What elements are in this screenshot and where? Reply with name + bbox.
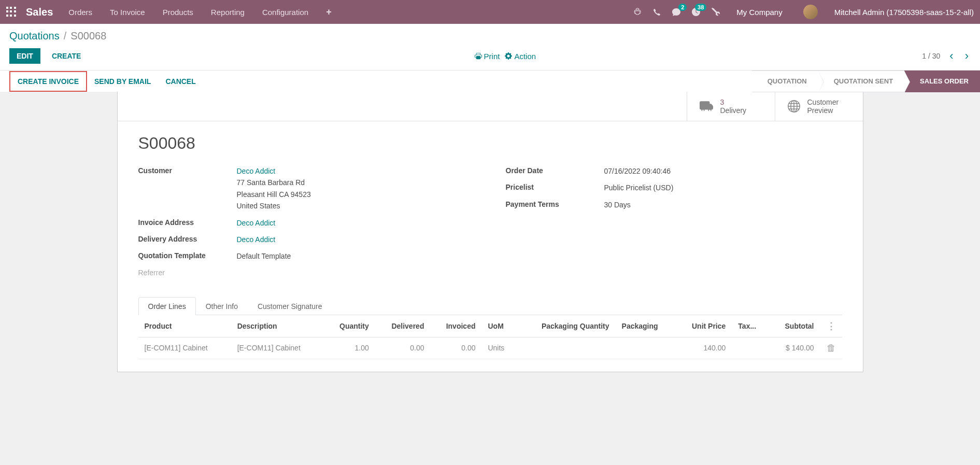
messaging-icon[interactable]: 2 xyxy=(672,8,680,16)
nav-orders[interactable]: Orders xyxy=(68,8,92,17)
create-invoice-button[interactable]: CREATE INVOICE xyxy=(10,73,86,90)
send-by-email-button[interactable]: SEND BY EMAIL xyxy=(87,73,158,90)
app-name[interactable]: Sales xyxy=(26,6,53,18)
trash-icon[interactable]: 🗑 xyxy=(827,343,836,353)
th-uom[interactable]: UoM xyxy=(481,315,517,337)
tools-icon[interactable] xyxy=(712,8,720,16)
pager-prev[interactable]: ‹ xyxy=(947,49,955,63)
delivery-address-label: Delivery Address xyxy=(138,234,237,243)
th-description[interactable]: Description xyxy=(231,315,324,337)
tab-customer-signature[interactable]: Customer Signature xyxy=(248,297,332,315)
messaging-badge: 2 xyxy=(678,4,687,11)
customer-value: Deco Addict 77 Santa Barbara Rd Pleasant… xyxy=(237,165,475,212)
referrer-label: Referrer xyxy=(138,267,237,277)
avatar[interactable] xyxy=(803,5,818,19)
order-date-value: 07/16/2022 09:40:46 xyxy=(604,165,842,177)
action-button[interactable]: Action xyxy=(505,52,536,61)
breadcrumb: Quotations / S00068 xyxy=(9,30,971,42)
gear-icon xyxy=(505,52,512,60)
payment-terms-value: 30 Days xyxy=(604,199,842,210)
truck-icon xyxy=(700,100,713,113)
kebab-icon[interactable]: ⋮ xyxy=(827,321,836,331)
delivery-count: 3 xyxy=(720,98,747,106)
nav-products[interactable]: Products xyxy=(163,8,193,17)
table-row[interactable]: [E-COM11] Cabinet [E-COM11] Cabinet 1.00… xyxy=(138,337,842,359)
pricelist-label: Pricelist xyxy=(506,182,604,191)
invoice-address-link[interactable]: Deco Addict xyxy=(237,219,276,227)
th-unit-price[interactable]: Unit Price xyxy=(675,315,732,337)
print-button[interactable]: Print xyxy=(475,52,500,61)
status-bar: CREATE INVOICE SEND BY EMAIL CANCEL QUOT… xyxy=(0,70,980,92)
status-quotation-sent[interactable]: QUOTATION SENT xyxy=(818,71,904,92)
user-menu[interactable]: Mitchell Admin (17505398-saas-15-2-all) xyxy=(834,8,974,17)
highlight: CREATE INVOICE xyxy=(9,71,87,92)
globe-icon xyxy=(788,100,800,112)
th-packaging-qty[interactable]: Packaging Quantity xyxy=(517,315,616,337)
status-quotation[interactable]: QUOTATION xyxy=(752,71,818,92)
order-lines-table: Product Description Quantity Delivered I… xyxy=(138,315,842,359)
quotation-template-value: Default Template xyxy=(237,250,475,262)
button-box: 3 Delivery Customer Preview xyxy=(118,92,863,121)
customer-label: Customer xyxy=(138,165,237,175)
edit-button[interactable]: EDIT xyxy=(9,48,40,64)
activities-badge: 38 xyxy=(695,4,706,11)
delivery-label: Delivery xyxy=(720,106,747,115)
th-packaging[interactable]: Packaging xyxy=(616,315,675,337)
table-header-row: Product Description Quantity Delivered I… xyxy=(138,315,842,337)
th-quantity[interactable]: Quantity xyxy=(324,315,375,337)
pager[interactable]: 1 / 30 xyxy=(922,52,940,60)
th-subtotal[interactable]: Subtotal xyxy=(769,315,820,337)
th-invoiced[interactable]: Invoiced xyxy=(430,315,481,337)
payment-terms-label: Payment Terms xyxy=(506,199,604,208)
activities-icon[interactable]: 38 xyxy=(692,8,700,16)
new-icon[interactable]: + xyxy=(326,7,332,18)
pricelist-value: Public Pricelist (USD) xyxy=(604,182,842,193)
invoice-address-label: Invoice Address xyxy=(138,217,237,227)
delivery-address-link[interactable]: Deco Addict xyxy=(237,235,276,244)
breadcrumb-current: S00068 xyxy=(70,30,106,42)
tab-order-lines[interactable]: Order Lines xyxy=(138,297,196,315)
apps-icon[interactable] xyxy=(6,7,17,17)
breadcrumb-parent[interactable]: Quotations xyxy=(9,30,60,42)
nav-reporting[interactable]: Reporting xyxy=(211,8,245,17)
status-steps: QUOTATION QUOTATION SENT SALES ORDER xyxy=(752,71,980,92)
nav-to-invoice[interactable]: To Invoice xyxy=(110,8,145,17)
top-navbar: Sales Orders To Invoice Products Reporti… xyxy=(0,0,980,24)
create-button[interactable]: CREATE xyxy=(45,48,89,64)
phone-icon[interactable] xyxy=(653,8,661,16)
quotation-template-label: Quotation Template xyxy=(138,250,237,260)
order-date-label: Order Date xyxy=(506,165,604,175)
th-taxes[interactable]: Tax... xyxy=(732,315,769,337)
company-switcher[interactable]: My Company xyxy=(736,8,782,17)
print-icon xyxy=(475,52,482,60)
record-name: S00068 xyxy=(138,134,842,153)
control-panel: Quotations / S00068 EDIT CREATE Print Ac… xyxy=(0,24,980,70)
th-delivered[interactable]: Delivered xyxy=(375,315,431,337)
delivery-stat-button[interactable]: 3 Delivery xyxy=(687,92,775,121)
status-sales-order[interactable]: SALES ORDER xyxy=(904,71,980,92)
th-product[interactable]: Product xyxy=(138,315,231,337)
tab-other-info[interactable]: Other Info xyxy=(196,297,248,315)
customer-preview-button[interactable]: Customer Preview xyxy=(775,92,863,121)
bug-icon[interactable] xyxy=(633,8,642,16)
cancel-button[interactable]: CANCEL xyxy=(158,73,203,90)
customer-link[interactable]: Deco Addict xyxy=(237,167,276,175)
form-sheet: 3 Delivery Customer Preview S00068 C xyxy=(117,92,863,372)
pager-next[interactable]: › xyxy=(963,49,971,63)
nav-configuration[interactable]: Configuration xyxy=(262,8,308,17)
notebook-tabs: Order Lines Other Info Customer Signatur… xyxy=(138,297,842,315)
